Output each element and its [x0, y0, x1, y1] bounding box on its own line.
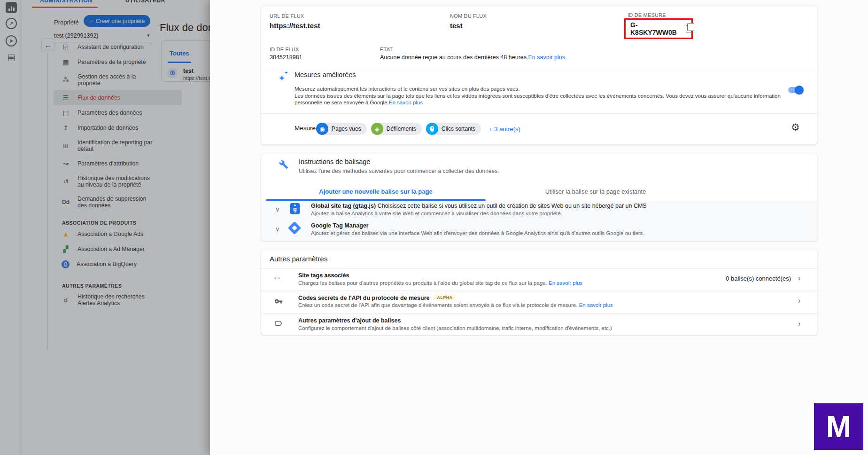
stream-name-value: test — [450, 22, 463, 30]
tagging-subtitle: Utilisez l'une des méthodes suivantes po… — [299, 168, 499, 174]
sparkle-icon: ✦✦ — [278, 73, 286, 84]
chip-clics-sortants: Clics sortants — [426, 123, 481, 135]
wrench-icon — [279, 160, 288, 169]
state-label: ÉTAT — [380, 47, 393, 52]
stream-info-card: URL DE FLUX https://test.test NOM DU FLU… — [261, 6, 818, 145]
key-icon — [274, 297, 283, 306]
measurement-id-value: G-K8SKY7WW0B — [630, 21, 680, 36]
tagging-methods: ∨ g Global site tag (gtag.js) Choisissez… — [261, 201, 817, 241]
gtm-icon — [288, 221, 301, 235]
state-value: Aucune donnée reçue au cours des dernièr… — [380, 54, 565, 61]
stream-id-value: 3045218981 — [270, 54, 302, 61]
stream-id-label: ID DE FLUX — [270, 47, 299, 52]
tagging-instructions-card: Instructions de balisage Utilisez l'une … — [261, 154, 818, 241]
measurement-id-annotation-box: G-K8SKY7WW0B — [624, 18, 693, 39]
stream-url-value: https://test.test — [270, 22, 320, 30]
scroll-icon: ◈ — [371, 123, 383, 135]
watermark-logo: M — [814, 403, 863, 450]
api-secrets-learn-more-link[interactable]: En savoir plus — [579, 302, 613, 308]
other-settings-card: Autres paramètres ‹··› Site tags associé… — [261, 249, 818, 335]
chevron-right-icon[interactable]: › — [798, 319, 801, 329]
gear-icon[interactable]: ⚙ — [791, 122, 800, 133]
tab-use-existing-tag[interactable]: Utiliser la balise sur la page existante — [486, 182, 705, 201]
tagging-title: Instructions de balisage — [299, 158, 370, 165]
stream-details-panel: URL DE FLUX https://test.test NOM DU FLU… — [210, 0, 868, 455]
connected-tags-count: 0 balise(s) connecté(es) — [726, 275, 791, 282]
measurement-id-label: ID DE MESURE — [628, 12, 666, 18]
state-learn-more-link[interactable]: En savoir plus — [528, 54, 566, 61]
eye-icon: ◉ — [316, 123, 328, 135]
alpha-badge: ALPHA — [434, 294, 455, 300]
tagging-tabs: Ajouter une nouvelle balise sur la page … — [261, 182, 817, 201]
more-measures-link[interactable]: + 3 autre(s) — [489, 126, 520, 133]
enhanced-measurement-title: Mesures améliorées — [294, 71, 356, 78]
chevron-down-icon[interactable]: ∨ — [275, 226, 280, 233]
chevron-right-icon[interactable]: › — [798, 274, 801, 283]
chevron-down-icon[interactable]: ∨ — [275, 206, 280, 213]
label-icon — [274, 319, 283, 328]
enhanced-measurement-toggle[interactable] — [788, 87, 802, 93]
tab-add-new-tag[interactable]: Ajouter une nouvelle balise sur la page — [266, 182, 486, 201]
measure-label: Mesure : — [294, 125, 319, 132]
outbound-click-icon — [426, 123, 438, 135]
measure-chips: ◉ Pages vues ◈ Défilements Clics sortant… — [316, 123, 520, 135]
connected-tags-icon: ‹··› — [274, 275, 279, 281]
other-settings-title: Autres paramètres — [270, 255, 327, 263]
stream-name-label: NOM DU FLUX — [450, 13, 487, 19]
copy-icon[interactable] — [686, 25, 691, 32]
gtag-icon: g — [290, 203, 300, 214]
stream-url-label: URL DE FLUX — [270, 13, 304, 19]
enhanced-learn-more-link[interactable]: En savoir plus — [389, 100, 423, 105]
chevron-right-icon[interactable]: › — [798, 296, 801, 306]
enhanced-measurement-description: Mesurez automatiquement les interactions… — [294, 86, 785, 106]
site-tags-learn-more-link[interactable]: En savoir plus — [549, 280, 582, 286]
chip-defilements: ◈ Défilements — [371, 123, 422, 135]
chip-pages-vues: ◉ Pages vues — [316, 123, 367, 135]
